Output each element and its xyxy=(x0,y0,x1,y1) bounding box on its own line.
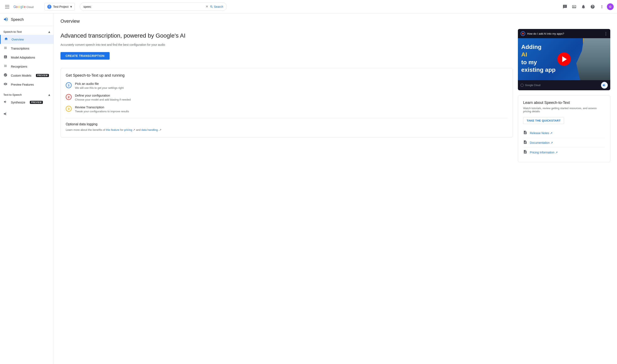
step-3: 3 Review Transcription Tweak your config… xyxy=(66,105,508,113)
sidebar-item-synthesize[interactable]: Synthesize PREVIEW xyxy=(0,98,53,107)
pricing-information-anchor[interactable]: Pricing Information ↗ xyxy=(530,151,558,154)
text-to-speech-section-header[interactable]: Text-to-Speech ▴ xyxy=(0,89,53,98)
svg-text:Cloud: Cloud xyxy=(26,5,34,9)
feedback-button[interactable] xyxy=(561,2,569,11)
notifications-button[interactable] xyxy=(579,2,588,11)
search-label: Search xyxy=(214,5,223,8)
pricing-icon xyxy=(523,150,527,155)
hamburger-menu-button[interactable] xyxy=(3,3,11,10)
hero-subtitle: Accurately convert speech into text and … xyxy=(61,42,513,47)
step-1-desc: We will use this to get your settings ri… xyxy=(75,86,124,90)
hero-title: Advanced transcription, powered by Googl… xyxy=(61,32,513,39)
project-dot: T xyxy=(47,5,52,9)
custom-models-label: Custom Models xyxy=(11,74,31,77)
custom-models-icon xyxy=(3,73,8,78)
video-header-title: How do I add AI into my apps? xyxy=(527,32,564,35)
avatar[interactable]: G xyxy=(607,3,614,10)
sidebar-item-transcriptions[interactable]: Transcriptions xyxy=(0,44,53,53)
video-header-left: How do I add AI into my apps? xyxy=(520,31,564,36)
pricing-information-link[interactable]: Pricing Information ↗ xyxy=(523,148,605,157)
search-button[interactable]: Search xyxy=(210,5,223,8)
optional-desc: Learn more about the benefits of this fe… xyxy=(66,128,508,132)
model-adaptations-label: Model Adaptations xyxy=(11,56,35,59)
documentation-icon xyxy=(523,140,527,145)
getting-started-title: Get Speech-to-Text up and running xyxy=(66,73,508,78)
optional-desc-for: for xyxy=(120,128,124,131)
video-more-icon[interactable]: ⋮ xyxy=(604,31,608,36)
collapse-icon-2: ▴ xyxy=(48,92,50,97)
recognizers-label: Recognizers xyxy=(11,65,27,68)
transcriptions-label: Transcriptions xyxy=(11,47,29,50)
svg-text:e: e xyxy=(24,5,26,9)
recognizers-icon xyxy=(3,64,8,69)
learn-subtitle: Watch tutorials, review getting started … xyxy=(523,107,605,113)
step-2-number: 2 xyxy=(66,94,72,100)
step-2-title: Define your configuration xyxy=(75,94,131,97)
video-ai-text: AI xyxy=(521,51,555,58)
sidebar-item-custom-models[interactable]: Custom Models PREVIEW xyxy=(0,71,53,80)
sidebar-item-preview-features[interactable]: Preview Features xyxy=(0,80,53,89)
optional-section: Optional data logging Learn more about t… xyxy=(66,118,508,132)
synthesize-label: Synthesize xyxy=(11,101,25,104)
sidebar-item-model-adaptations[interactable]: Model Adaptations xyxy=(0,53,53,62)
svg-text:o: o xyxy=(16,5,18,9)
release-notes-link[interactable]: Release Notes ↗ xyxy=(523,128,605,138)
this-feature-link[interactable]: this feature xyxy=(106,128,119,131)
optional-desc-and: ↗ and xyxy=(133,128,141,131)
learn-card: Learn about Speech-to-Text Watch tutoria… xyxy=(518,95,610,162)
collapse-icon: ▴ xyxy=(48,29,50,34)
learn-title: Learn about Speech-to-Text xyxy=(523,101,605,105)
getting-started-card: Get Speech-to-Text up and running 1 Pick… xyxy=(61,68,513,138)
speech-to-text-label: Speech-to-Text xyxy=(3,30,22,33)
video-body: Adding AI to my existing app xyxy=(518,38,610,80)
video-title-line1: Adding xyxy=(521,43,555,51)
gc-mini-logo xyxy=(520,31,525,36)
pricing-link[interactable]: pricing xyxy=(124,128,132,131)
video-play-button[interactable] xyxy=(557,52,571,66)
google-cloud-logo[interactable]: G o o g l e Cloud xyxy=(13,4,39,10)
terminal-button[interactable] xyxy=(570,2,578,11)
play-triangle-icon xyxy=(562,56,567,62)
step-1-title: Pick an audio file xyxy=(75,82,124,85)
preview-features-icon xyxy=(3,82,8,87)
project-name: Test Project xyxy=(53,5,68,8)
step-3-desc: Tweak your configurations to improve res… xyxy=(75,110,129,113)
take-quickstart-button[interactable]: TAKE THE QUICKSTART xyxy=(523,117,564,124)
video-text-overlay: Adding AI to my existing app xyxy=(518,38,559,80)
documentation-link[interactable]: Documentation ↗ xyxy=(523,138,605,148)
text-to-speech-label: Text-to-Speech xyxy=(3,93,22,96)
project-selector[interactable]: T Test Project ▾ xyxy=(44,3,75,11)
top-nav: G o o g l e Cloud T Test Project ▾ × Sea… xyxy=(0,0,617,13)
sidebar-item-recognizers[interactable]: Recognizers xyxy=(0,62,53,71)
video-title-line2: to my xyxy=(521,59,555,66)
sidebar-collapse-button[interactable]: ◀| xyxy=(3,110,50,117)
speech-to-text-section-header[interactable]: Speech-to-Text ▴ xyxy=(0,26,53,35)
project-dot-initial: T xyxy=(49,5,50,8)
clear-search-button[interactable]: × xyxy=(206,4,208,9)
data-handling-link[interactable]: data handling. xyxy=(141,128,158,131)
release-notes-anchor[interactable]: Release Notes ↗ xyxy=(530,131,552,135)
documentation-anchor[interactable]: Documentation ↗ xyxy=(530,141,553,144)
speech-icon xyxy=(3,17,8,23)
video-thumbnail[interactable]: How do I add AI into my apps? ⋮ Adding xyxy=(518,29,610,90)
step-2: 2 Define your configuration Choose your … xyxy=(66,94,508,101)
step-2-content: Define your configuration Choose your mo… xyxy=(75,94,131,101)
more-options-button[interactable] xyxy=(598,2,606,11)
nav-right: G xyxy=(561,2,614,11)
video-waveform-icon[interactable] xyxy=(601,82,608,89)
optional-desc-start: Learn more about the benefits of xyxy=(66,128,106,131)
left-column: Advanced transcription, powered by Googl… xyxy=(61,29,513,162)
release-notes-icon xyxy=(523,130,527,136)
step-3-number: 3 xyxy=(66,106,72,112)
help-button[interactable] xyxy=(589,2,597,11)
main-content: Overview Advanced transcription, powered… xyxy=(54,13,617,364)
app-body: Speech Speech-to-Text ▴ Overview Transcr… xyxy=(0,13,617,364)
model-adaptations-icon xyxy=(3,55,8,60)
sidebar-item-overview[interactable]: Overview xyxy=(0,35,53,44)
sidebar: Speech Speech-to-Text ▴ Overview Transcr… xyxy=(0,13,54,364)
create-transcription-button[interactable]: CREATE TRANSCRIPTION xyxy=(61,52,110,60)
synthesize-preview-badge: PREVIEW xyxy=(30,101,43,104)
sidebar-app-name: Speech xyxy=(11,17,24,22)
step-1-number: 1 xyxy=(66,82,72,88)
search-input[interactable] xyxy=(83,5,206,8)
